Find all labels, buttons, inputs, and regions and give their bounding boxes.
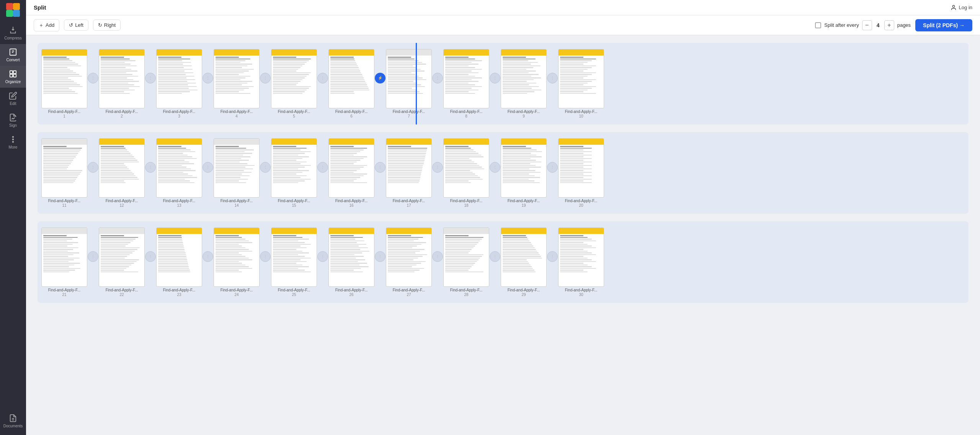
page-label: Find-and-Apply-F... xyxy=(220,199,253,203)
page-number: 30 xyxy=(579,293,583,297)
split-handle[interactable]: ⋮ xyxy=(88,251,98,262)
sidebar-item-sign[interactable]: Sign xyxy=(0,110,26,131)
split-handle[interactable]: ⚡ xyxy=(375,73,385,83)
split-handle[interactable]: ⋮ xyxy=(88,162,98,173)
split-handle[interactable]: ⋮ xyxy=(547,73,558,83)
page-item[interactable]: Find-and-Apply-F... 14 xyxy=(214,138,260,208)
page-item[interactable]: Find-and-Apply-F... 16 xyxy=(328,138,374,208)
increase-count-button[interactable]: + xyxy=(884,20,894,30)
page-item[interactable]: Find-and-Apply-F... 11 xyxy=(41,138,87,208)
page-item[interactable]: Find-and-Apply-F... 20 xyxy=(558,138,604,208)
page-label: Find-and-Apply-F... xyxy=(278,199,310,203)
page-item[interactable]: Find-and-Apply-F... 30 xyxy=(558,227,604,297)
svg-point-14 xyxy=(952,5,954,7)
page-item[interactable]: Find-and-Apply-F... 25 xyxy=(271,227,317,297)
page-thumbnail xyxy=(386,49,432,108)
split-handle[interactable]: ⋮ xyxy=(432,251,443,262)
split-handle[interactable]: ⋮ xyxy=(203,251,213,262)
page-item[interactable]: Find-and-Apply-F... 12 xyxy=(99,138,145,208)
page-item[interactable]: Find-and-Apply-F... 23 xyxy=(156,227,202,297)
page-item[interactable]: Find-and-Apply-F... 29 xyxy=(501,227,547,297)
split-cta-button[interactable]: Split (2 PDFs) → xyxy=(915,19,972,31)
page-number: 6 xyxy=(350,114,353,118)
sidebar-item-edit[interactable]: Edit xyxy=(0,88,26,110)
split-every-checkbox[interactable] xyxy=(815,22,821,28)
page-item[interactable]: Find-and-Apply-F... 24 xyxy=(214,227,260,297)
page-item[interactable]: Find-and-Apply-F... 28 xyxy=(443,227,489,297)
split-handle[interactable]: ⋮ xyxy=(490,73,500,83)
sidebar-item-documents[interactable]: Documents xyxy=(0,410,26,432)
split-handle[interactable]: ⋮ xyxy=(375,251,385,262)
page-item[interactable]: Find-and-Apply-F... 19 xyxy=(501,138,547,208)
page-thumbnail xyxy=(271,49,317,108)
decrease-count-button[interactable]: − xyxy=(862,20,872,30)
page-item[interactable]: Find-and-Apply-F... 27 xyxy=(386,227,432,297)
split-handle[interactable]: ⋮ xyxy=(260,162,271,173)
page-number: 4 xyxy=(235,114,238,118)
page-item[interactable]: Find-and-Apply-F... 2 xyxy=(99,49,145,118)
right-button[interactable]: ↻ Right xyxy=(93,20,121,31)
split-handle[interactable]: ⋮ xyxy=(203,162,213,173)
sidebar-item-organize[interactable]: Organize xyxy=(0,66,26,88)
split-handle[interactable]: ⋮ xyxy=(317,162,328,173)
login-button[interactable]: Log in xyxy=(951,5,972,11)
page-thumbnail xyxy=(214,49,260,108)
svg-point-11 xyxy=(13,141,14,142)
page-thumbnail xyxy=(214,227,260,287)
page-item[interactable]: Find-and-Apply-F... 9 xyxy=(501,49,547,118)
page-item[interactable]: Find-and-Apply-F... 8 xyxy=(443,49,489,118)
page-item[interactable]: Find-and-Apply-F... 21 xyxy=(41,227,87,297)
page-label: Find-and-Apply-F... xyxy=(508,288,540,292)
split-handle[interactable]: ⋮ xyxy=(490,251,500,262)
page-label: Find-and-Apply-F... xyxy=(393,110,425,114)
split-handle[interactable]: ⋮ xyxy=(375,162,385,173)
split-handle[interactable]: ⋮ xyxy=(145,162,156,173)
page-item[interactable]: Find-and-Apply-F... 26 xyxy=(328,227,374,297)
page-label: Find-and-Apply-F... xyxy=(393,199,425,203)
page-item[interactable]: Find-and-Apply-F... 22 xyxy=(99,227,145,297)
split-handle[interactable]: ⋮ xyxy=(317,73,328,83)
page-item[interactable]: Find-and-Apply-F... 15 xyxy=(271,138,317,208)
page-item[interactable]: Find-and-Apply-F... 18 xyxy=(443,138,489,208)
app-logo xyxy=(6,3,20,18)
split-handle[interactable]: ⋮ xyxy=(547,251,558,262)
split-handle[interactable]: ⋮ xyxy=(88,73,98,83)
page-number: 15 xyxy=(292,203,296,208)
page-item[interactable]: Find-and-Apply-F... 13 xyxy=(156,138,202,208)
page-label: Find-and-Apply-F... xyxy=(565,110,597,114)
page-thumbnail xyxy=(501,227,547,287)
page-label: Find-and-Apply-F... xyxy=(450,288,482,292)
page-number: 23 xyxy=(177,293,181,297)
split-handle[interactable]: ⋮ xyxy=(260,251,271,262)
page-label: Find-and-Apply-F... xyxy=(450,199,482,203)
page-label: Find-and-Apply-F... xyxy=(220,110,253,114)
split-handle[interactable]: ⋮ xyxy=(432,73,443,83)
page-item[interactable]: Find-and-Apply-F... 1 xyxy=(41,49,87,118)
page-label: Find-and-Apply-F... xyxy=(335,110,368,114)
page-number: 28 xyxy=(464,293,468,297)
page-item[interactable]: Find-and-Apply-F... 7 xyxy=(386,49,432,118)
page-item[interactable]: Find-and-Apply-F... 5 xyxy=(271,49,317,118)
sidebar-item-convert[interactable]: Convert xyxy=(0,44,26,66)
page-item[interactable]: Find-and-Apply-F... 6 xyxy=(328,49,374,118)
left-button[interactable]: ↺ Left xyxy=(64,20,88,31)
page-item[interactable]: Find-and-Apply-F... 10 xyxy=(558,49,604,118)
split-handle[interactable]: ⋮ xyxy=(490,162,500,173)
split-handle[interactable]: ⋮ xyxy=(203,73,213,83)
page-thumbnail xyxy=(501,138,547,198)
page-thumbnail xyxy=(156,227,202,287)
add-button[interactable]: ＋ Add xyxy=(34,19,59,31)
page-number: 20 xyxy=(579,203,583,208)
split-handle[interactable]: ⋮ xyxy=(145,251,156,262)
page-item[interactable]: Find-and-Apply-F... 4 xyxy=(214,49,260,118)
page-item[interactable]: Find-and-Apply-F... 3 xyxy=(156,49,202,118)
split-handle[interactable]: ⋮ xyxy=(145,73,156,83)
split-handle[interactable]: ⋮ xyxy=(432,162,443,173)
split-handle[interactable]: ⋮ xyxy=(260,73,271,83)
split-handle[interactable]: ⋮ xyxy=(317,251,328,262)
sidebar-item-compress[interactable]: Compress xyxy=(0,22,26,44)
page-item[interactable]: Find-and-Apply-F... 17 xyxy=(386,138,432,208)
page-number: 26 xyxy=(349,293,353,297)
sidebar-item-more[interactable]: More xyxy=(0,131,26,153)
split-handle[interactable]: ⋮ xyxy=(547,162,558,173)
